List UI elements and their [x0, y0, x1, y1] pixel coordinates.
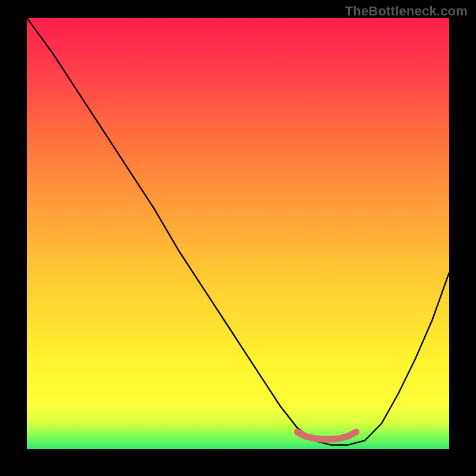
plot-area	[27, 18, 449, 449]
bottleneck-curve-path	[27, 18, 449, 445]
optimal-band-path	[297, 432, 356, 439]
watermark-text: TheBottleneck.com	[345, 4, 468, 19]
curve-layer	[27, 18, 449, 449]
chart-frame: TheBottleneck.com	[0, 0, 476, 476]
